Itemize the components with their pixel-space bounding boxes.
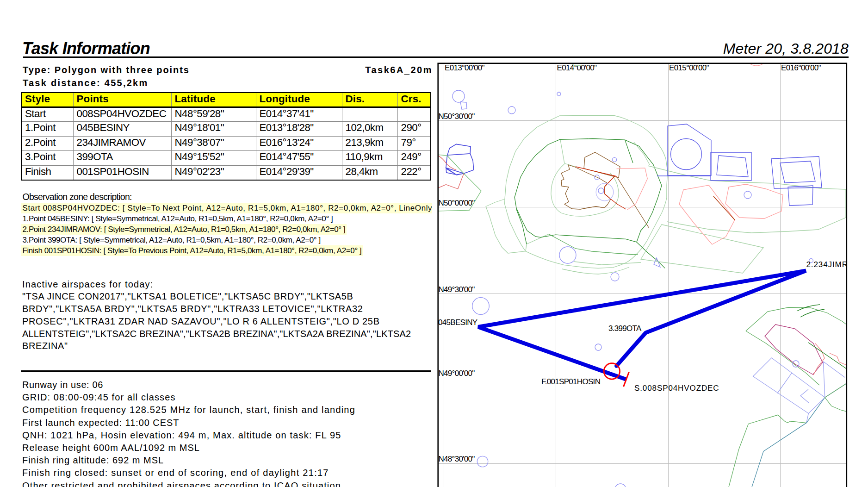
svg-text:N49°30'00": N49°30'00" xyxy=(439,285,475,294)
svg-text:E013°00'00": E013°00'00" xyxy=(445,63,485,72)
svg-text:N50°30'00": N50°30'00" xyxy=(439,112,475,121)
svg-text:N48°30'00": N48°30'00" xyxy=(439,455,475,463)
svg-text:S.008SP04HVOZDEC: S.008SP04HVOZDEC xyxy=(634,384,719,393)
svg-text:F.001SP01HOSIN: F.001SP01HOSIN xyxy=(541,377,600,386)
svg-text:E014°00'00": E014°00'00" xyxy=(557,63,597,72)
svg-text:N49°00'00": N49°00'00" xyxy=(439,369,475,378)
svg-text:045BESINY: 045BESINY xyxy=(438,318,477,327)
svg-text:E015°00'00": E015°00'00" xyxy=(669,63,709,72)
svg-text:3.399OTA: 3.399OTA xyxy=(608,324,642,333)
svg-text:2.234JIMRAMOV: 2.234JIMRAMOV xyxy=(806,260,868,269)
svg-text:E016°00'00": E016°00'00" xyxy=(781,63,821,72)
svg-text:N50°00'00": N50°00'00" xyxy=(439,199,475,207)
